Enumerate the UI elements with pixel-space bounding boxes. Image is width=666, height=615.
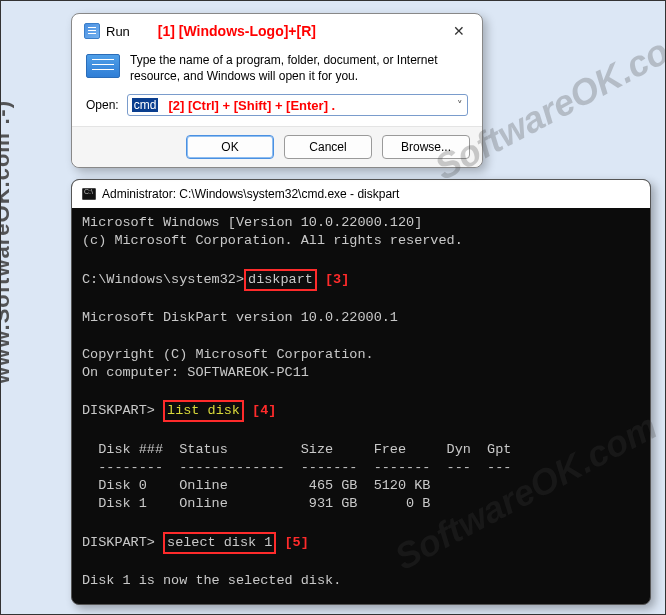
annotation-2: [2] [Ctrl] + [Shift] + [Enter] . bbox=[168, 98, 335, 113]
run-titlebar: Run [1] [Windows-Logo]+[R] ✕ bbox=[72, 14, 482, 46]
annotation-3: [3] bbox=[325, 272, 349, 287]
run-button-row: OK Cancel Browse... bbox=[72, 126, 482, 167]
line-winver: Microsoft Windows [Version 10.0.22000.12… bbox=[82, 215, 422, 230]
prompt-system: C:\Windows\system32> bbox=[82, 272, 244, 287]
disk-row-1: Disk 1 Online 931 GB 0 B bbox=[82, 496, 430, 511]
cmd-window: Administrator: C:\Windows\system32\cmd.e… bbox=[71, 179, 651, 605]
close-button[interactable]: ✕ bbox=[444, 20, 474, 42]
disk-table-header: Disk ### Status Size Free Dyn Gpt bbox=[82, 442, 511, 457]
prompt-diskpart-1: DISKPART> bbox=[82, 403, 155, 418]
open-input-value: cmd bbox=[132, 98, 159, 112]
run-body: Type the name of a program, folder, docu… bbox=[72, 46, 482, 92]
cmd-selectdisk-box: select disk 1 bbox=[163, 532, 276, 554]
disk-table-sep: -------- ------------- ------- ------- -… bbox=[82, 460, 511, 475]
disk-row-0: Disk 0 Online 465 GB 5120 KB bbox=[82, 478, 430, 493]
run-open-row: Open: cmd [2] [Ctrl] + [Shift] + [Enter]… bbox=[72, 92, 482, 126]
line-dp-version: Microsoft DiskPart version 10.0.22000.1 bbox=[82, 310, 398, 325]
cmd-title: Administrator: C:\Windows\system32\cmd.e… bbox=[102, 187, 399, 201]
line-selected: Disk 1 is now the selected disk. bbox=[82, 573, 341, 588]
annotation-4: [4] bbox=[252, 403, 276, 418]
run-window-icon bbox=[84, 23, 100, 39]
line-dp-computer: On computer: SOFTWAREOK-PC11 bbox=[82, 365, 309, 380]
annotation-5: [5] bbox=[284, 535, 308, 550]
browse-button[interactable]: Browse... bbox=[382, 135, 470, 159]
run-description: Type the name of a program, folder, docu… bbox=[130, 52, 468, 84]
cancel-button[interactable]: Cancel bbox=[284, 135, 372, 159]
chevron-down-icon[interactable]: ˅ bbox=[457, 99, 463, 112]
cmd-titlebar: Administrator: C:\Windows\system32\cmd.e… bbox=[72, 180, 650, 208]
open-label: Open: bbox=[86, 98, 119, 112]
line-copyright: (c) Microsoft Corporation. All rights re… bbox=[82, 233, 463, 248]
ok-button[interactable]: OK bbox=[186, 135, 274, 159]
prompt-diskpart-2: DISKPART> bbox=[82, 535, 155, 550]
watermark-side: www.SoftwareOK.com :-) bbox=[0, 100, 15, 384]
line-dp-copyright: Copyright (C) Microsoft Corporation. bbox=[82, 347, 374, 362]
run-dialog: Run [1] [Windows-Logo]+[R] ✕ Type the na… bbox=[71, 13, 483, 168]
open-combobox[interactable]: cmd [2] [Ctrl] + [Shift] + [Enter] . ˅ bbox=[127, 94, 468, 116]
cmd-icon bbox=[82, 188, 96, 200]
annotation-1: [1] [Windows-Logo]+[R] bbox=[158, 23, 316, 39]
cmd-listdisk-box: list disk bbox=[163, 400, 244, 422]
cmd-content[interactable]: Microsoft Windows [Version 10.0.22000.12… bbox=[72, 208, 650, 605]
run-program-icon bbox=[86, 54, 120, 78]
run-title: Run bbox=[106, 24, 130, 39]
cmd-diskpart-box: diskpart bbox=[244, 269, 317, 291]
